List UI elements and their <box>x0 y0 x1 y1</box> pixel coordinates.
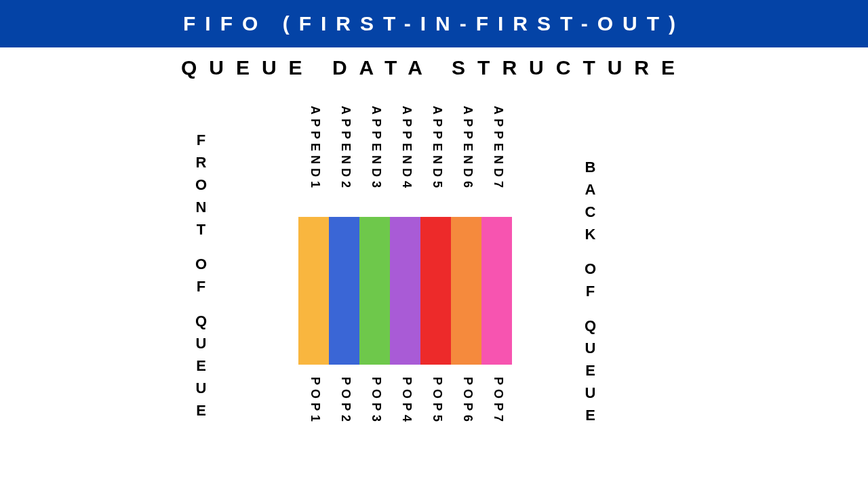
queue-bars <box>298 217 512 365</box>
banner: FIFO (FIRST-IN-FIRST-OUT) <box>0 0 868 47</box>
front-of-queue-label: FRONTOFQUEUE <box>195 129 211 422</box>
queue-bar-6 <box>451 217 481 365</box>
diagram-stage: FRONTOFQUEUE BACKOFQUEUE APPEND1APPEND2A… <box>0 88 868 488</box>
pop-label-4: POP4 <box>399 377 414 426</box>
pop-label-6: POP6 <box>460 377 475 426</box>
queue-bar-4 <box>390 217 420 365</box>
pop-label-1: POP1 <box>308 377 322 426</box>
append-label-5: APPEND5 <box>430 106 444 192</box>
pop-label-3: POP3 <box>369 377 383 426</box>
subtitle-row: QUEUE DATA STRUCTURE <box>0 47 868 88</box>
subtitle: QUEUE DATA STRUCTURE <box>181 56 687 79</box>
queue-bar-7 <box>481 217 512 365</box>
queue-bar-2 <box>329 217 359 365</box>
back-of-queue-label: BACKOFQUEUE <box>585 156 600 426</box>
queue-bar-3 <box>359 217 390 365</box>
queue-bar-1 <box>298 217 329 365</box>
pop-label-5: POP5 <box>430 377 444 426</box>
pop-label-7: POP7 <box>491 377 505 426</box>
banner-title: FIFO (FIRST-IN-FIRST-OUT) <box>183 12 685 35</box>
queue-bar-5 <box>420 217 451 365</box>
append-label-3: APPEND3 <box>369 106 383 192</box>
append-label-4: APPEND4 <box>399 106 414 192</box>
append-label-6: APPEND6 <box>460 106 475 192</box>
pop-label-2: POP2 <box>338 377 353 426</box>
append-label-2: APPEND2 <box>338 106 353 192</box>
append-label-1: APPEND1 <box>308 106 322 192</box>
append-label-7: APPEND7 <box>491 106 505 192</box>
